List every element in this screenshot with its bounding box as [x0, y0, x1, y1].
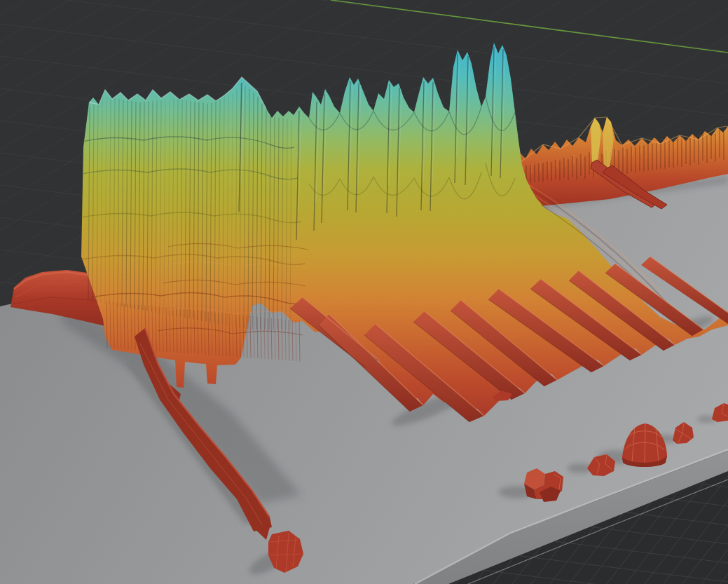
viewport-canvas — [0, 0, 728, 584]
3d-viewport[interactable] — [0, 0, 728, 584]
